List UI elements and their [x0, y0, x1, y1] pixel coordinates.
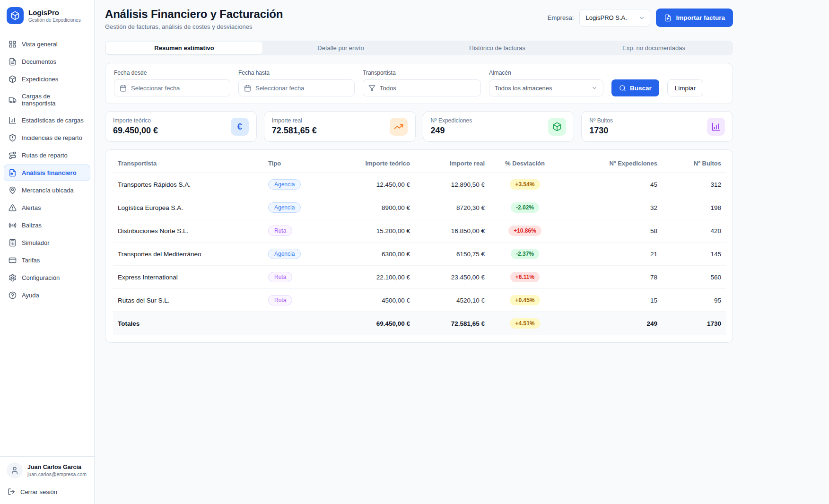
chevron-down-icon [591, 85, 598, 91]
sidebar-item-alertas[interactable]: Alertas [4, 200, 90, 216]
cell-tipo: Agencia [263, 196, 335, 219]
tipo-badge: Agencia [268, 249, 301, 259]
cell-importe-real: 8720,30 € [415, 196, 489, 219]
sidebar-item-label: Balizas [22, 222, 42, 229]
logout-button[interactable]: Cerrar sesión [7, 486, 87, 497]
sidebar-item-label: Documentos [22, 58, 56, 65]
sidebar-item-configuracion[interactable]: Configuración [4, 269, 90, 286]
import-invoice-button[interactable]: Importar factura [656, 9, 733, 27]
transportista-label: Transportista [363, 70, 481, 76]
cell-tipo: Ruta [263, 266, 335, 289]
sidebar-item-vista-general[interactable]: Vista general [4, 36, 90, 52]
column-header: Nº Bultos [662, 153, 726, 173]
company-select[interactable]: LogisPRO S.A. [579, 9, 650, 26]
tab-2[interactable]: Histórico de facturas [419, 42, 576, 54]
sidebar-item-label: Estadísticas de cargas [22, 117, 84, 124]
cell-expediciones: 45 [560, 173, 662, 196]
desviacion-badge: +6.11% [510, 272, 540, 282]
stat-value: 249 [431, 126, 472, 136]
fecha-hasta-label: Fecha hasta [238, 70, 355, 76]
cell-desviacion: -2.37% [489, 243, 560, 266]
package-icon [548, 118, 566, 136]
cell-tipo: Ruta [263, 219, 335, 243]
cell-desviacion: +4.51% [489, 312, 560, 335]
calculator-icon [9, 239, 17, 247]
limpiar-button[interactable]: Limpiar [667, 79, 703, 96]
desviacion-badge: +3.54% [510, 179, 540, 190]
cell-bultos: 312 [662, 173, 726, 196]
sidebar-item-tarifas[interactable]: Tarifas [4, 252, 90, 269]
cell-transportista: Transportes del Mediterráneo [113, 243, 263, 266]
trending-up-icon [390, 118, 408, 136]
transportista-select[interactable]: Todos [363, 79, 481, 96]
app-root: LogisPro Gestión de Expediciones Vista g… [0, 0, 829, 504]
buscar-button[interactable]: Buscar [611, 79, 659, 96]
sidebar-item-analisis-financiero[interactable]: Análisis financiero [4, 165, 90, 181]
cell-bultos: 198 [662, 196, 726, 219]
sidebar-item-simulador[interactable]: Simulador [4, 235, 90, 251]
cell-bultos: 1730 [662, 312, 726, 335]
tab-3[interactable]: Exp. no documentadas [576, 42, 732, 54]
almacen-select[interactable]: Todos los almacenes [489, 79, 603, 96]
cell-desviacion: +0.45% [489, 289, 560, 312]
cell-transportista: Totales [113, 312, 263, 335]
fecha-desde-input[interactable]: Seleccionar fecha [114, 79, 230, 96]
cell-transportista: Logística Europea S.A. [113, 196, 263, 219]
stat-value: 1730 [589, 126, 613, 136]
alert-triangle-icon [9, 204, 17, 212]
tab-label: Detalle por envío [317, 44, 364, 52]
stat-card: Nº Bultos 1730 [581, 111, 733, 142]
sidebar-item-rutas-de-reparto[interactable]: Rutas de reparto [4, 147, 90, 164]
route-icon [9, 151, 17, 159]
credit-card-icon [9, 256, 17, 264]
sidebar-item-label: Tarifas [22, 257, 40, 264]
file-import-icon [664, 14, 672, 22]
cell-desviacion: -2.02% [489, 196, 560, 219]
cell-importe-real: 4520,10 € [415, 289, 489, 312]
sidebar-item-label: Ayuda [22, 292, 39, 299]
sidebar-item-label: Vista general [22, 41, 58, 48]
cell-transportista: Rutas del Sur S.L. [113, 289, 263, 312]
tab-1[interactable]: Detalle por envío [262, 42, 419, 54]
sidebar: LogisPro Gestión de Expediciones Vista g… [0, 0, 95, 504]
package-icon [9, 75, 17, 83]
page-title: Análisis Financiero y Facturación [105, 8, 283, 21]
sidebar-nav: Vista general Documentos Expediciones Ca… [0, 31, 94, 456]
tipo-badge: Ruta [268, 295, 292, 305]
stat-label: Nº Bultos [589, 117, 613, 124]
search-icon [619, 85, 626, 92]
sidebar-item-documentos[interactable]: Documentos [4, 53, 90, 70]
cell-importe-teorico: 6300,00 € [335, 243, 415, 266]
logispro-logo-icon [7, 7, 24, 24]
tab-bar: Resumen estimativoDetalle por envíoHistó… [105, 41, 733, 55]
tipo-badge: Agencia [268, 179, 301, 190]
tab-label: Exp. no documentadas [622, 44, 685, 52]
almacen-value: Todos los almacenes [495, 85, 552, 92]
carriers-table-card: TransportistaTipoImporte teóricoImporte … [105, 149, 733, 343]
tab-0[interactable]: Resumen estimativo [106, 42, 262, 54]
sidebar-item-expediciones[interactable]: Expediciones [4, 71, 90, 87]
user-name: Juan Carlos García [27, 464, 87, 470]
sidebar-item-label: Expediciones [22, 76, 58, 83]
cell-tipo: Agencia [263, 243, 335, 266]
sidebar-item-mercancia-ubicada[interactable]: Mercancía ubicada [4, 182, 90, 199]
sidebar-item-ayuda[interactable]: Ayuda [4, 287, 90, 304]
user-profile[interactable]: Juan Carlos García juan.carlos@empresa.c… [7, 462, 87, 478]
table-row: Express International Ruta 22.100,00 € 2… [113, 266, 726, 289]
sidebar-item-incidencias-de-reparto[interactable]: Incidencias de reparto [4, 130, 90, 146]
app-name: LogisPro [28, 9, 81, 17]
desviacion-badge: +0.45% [510, 295, 540, 305]
column-header: % Desviación [489, 153, 560, 173]
sidebar-item-cargas-de-transportista[interactable]: Cargas de transportista [4, 88, 90, 111]
company-label: Empresa: [548, 14, 574, 21]
cell-expediciones: 249 [560, 312, 662, 335]
fecha-hasta-input[interactable]: Seleccionar fecha [238, 79, 355, 96]
cell-expediciones: 78 [560, 266, 662, 289]
page-subtitle: Gestión de facturas, análisis de costes … [105, 23, 283, 30]
stat-label: Importe real [272, 117, 317, 124]
sidebar-item-estadisticas-de-cargas[interactable]: Estadísticas de cargas [4, 112, 90, 129]
almacen-label: Almacén [489, 70, 603, 76]
cell-bultos: 95 [662, 289, 726, 312]
cell-expediciones: 21 [560, 243, 662, 266]
sidebar-item-balizas[interactable]: Balizas [4, 217, 90, 234]
